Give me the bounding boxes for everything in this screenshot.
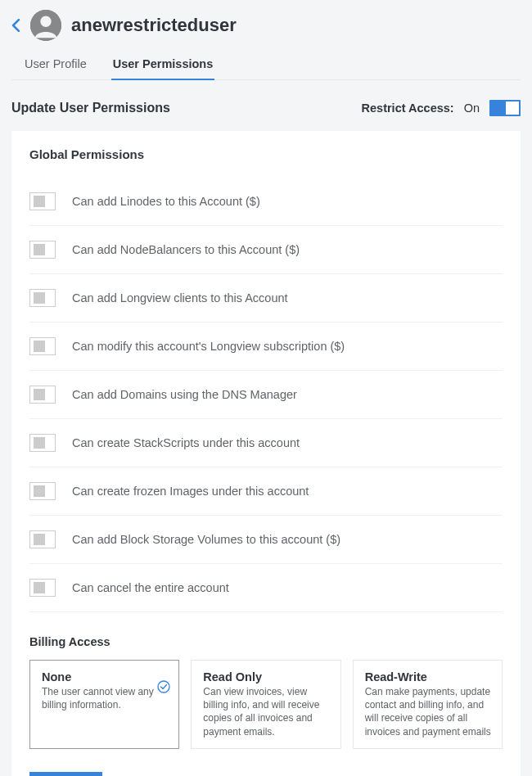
tab-user-profile[interactable]: User Profile xyxy=(23,49,88,80)
perm-row: Can add NodeBalancers to this Account ($… xyxy=(29,226,503,274)
perm-label: Can add Block Storage Volumes to this ac… xyxy=(72,533,340,546)
billing-option-title: Read Only xyxy=(203,670,330,684)
check-circle-icon xyxy=(157,680,170,696)
global-permissions-title: Global Permissions xyxy=(29,147,503,161)
perm-checkbox-add-nodebalancers[interactable] xyxy=(29,241,56,259)
tab-user-permissions[interactable]: User Permissions xyxy=(111,49,215,80)
save-button[interactable]: Save xyxy=(29,772,102,776)
update-permissions-title: Update User Permissions xyxy=(11,101,170,115)
perm-checkbox-cancel-account[interactable] xyxy=(29,579,56,597)
svg-point-2 xyxy=(158,681,169,693)
billing-access-title: Billing Access xyxy=(29,635,503,648)
perm-row: Can cancel the entire account xyxy=(29,564,503,612)
perm-row: Can add Linodes to this Account ($) xyxy=(29,178,503,226)
billing-option-none[interactable]: None The user cannot view any billing in… xyxy=(29,660,179,749)
perm-label: Can create frozen Images under this acco… xyxy=(72,485,309,498)
perm-label: Can cancel the entire account xyxy=(72,581,229,594)
perm-checkbox-create-stackscripts[interactable] xyxy=(29,434,56,452)
back-chevron-icon[interactable] xyxy=(11,19,20,32)
perm-row: Can create frozen Images under this acco… xyxy=(29,467,503,516)
perm-label: Can add Linodes to this Account ($) xyxy=(72,195,260,208)
perm-checkbox-add-volumes[interactable] xyxy=(29,530,56,548)
perm-label: Can modify this account's Longview subsc… xyxy=(72,340,345,353)
permissions-card: Global Permissions Can add Linodes to th… xyxy=(11,131,521,776)
perm-row: Can add Domains using the DNS Manager xyxy=(29,371,503,419)
billing-option-title: None xyxy=(42,670,169,684)
billing-option-desc: Can make payments, update contact and bi… xyxy=(365,685,492,738)
perm-checkbox-create-images[interactable] xyxy=(29,482,56,500)
perm-row: Can add Block Storage Volumes to this ac… xyxy=(29,516,503,564)
perm-checkbox-add-linodes[interactable] xyxy=(29,192,56,210)
perm-label: Can add NodeBalancers to this Account ($… xyxy=(72,243,300,256)
restrict-access-label: Restrict Access: xyxy=(362,102,454,115)
billing-option-desc: The user cannot view any billing informa… xyxy=(42,685,169,711)
perm-row: Can add Longview clients to this Account xyxy=(29,274,503,323)
perm-label: Can add Domains using the DNS Manager xyxy=(72,388,297,401)
perm-row: Can create StackScripts under this accou… xyxy=(29,419,503,467)
restrict-access-state: On xyxy=(464,102,480,115)
tabs: User Profile User Permissions xyxy=(11,49,521,80)
perm-row: Can modify this account's Longview subsc… xyxy=(29,323,503,371)
billing-option-desc: Can view invoices, view billing info, an… xyxy=(203,685,330,738)
svg-point-1 xyxy=(40,16,51,27)
perm-checkbox-add-longview[interactable] xyxy=(29,289,56,307)
billing-option-read-write[interactable]: Read-Write Can make payments, update con… xyxy=(353,660,503,749)
user-avatar-icon xyxy=(30,10,61,41)
perm-checkbox-add-domains[interactable] xyxy=(29,386,56,404)
billing-option-read-only[interactable]: Read Only Can view invoices, view billin… xyxy=(191,660,340,749)
billing-option-title: Read-Write xyxy=(365,670,492,684)
page-title: anewrestricteduser xyxy=(71,15,237,36)
restrict-access-toggle[interactable] xyxy=(489,100,521,116)
perm-label: Can add Longview clients to this Account xyxy=(72,291,288,305)
perm-label: Can create StackScripts under this accou… xyxy=(72,436,300,449)
billing-options: None The user cannot view any billing in… xyxy=(29,660,503,749)
perm-checkbox-modify-longview[interactable] xyxy=(29,337,56,355)
